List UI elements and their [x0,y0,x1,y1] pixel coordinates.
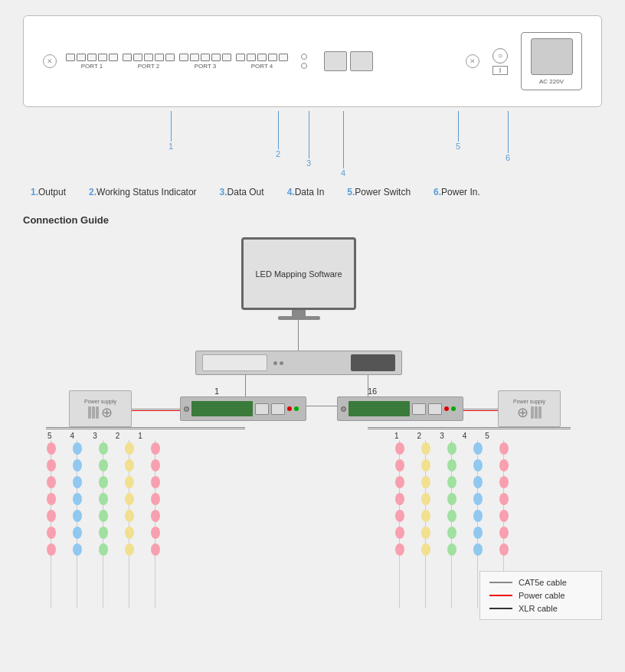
right-horizontal-wire2 [368,429,571,429]
power-supply-right: Power supply ⊕ [498,390,561,427]
nb16-led-red [444,406,449,411]
ps-bar [92,406,95,419]
led-bulb [499,476,509,488]
power-supply-left: Power supply ⊕ [69,390,132,427]
port-btn [87,54,97,61]
ps-bar [535,406,538,419]
led-bulb [73,543,82,556]
legend-row-1: CAT5e cable [489,578,592,587]
ps-left-bars [88,406,99,419]
led-bulb [421,493,430,505]
strand-left-2 [124,440,135,558]
led-bulb [421,476,430,488]
annotation-4: 4 [341,111,345,178]
left-strands-container [46,440,161,558]
left-strand-numbers: 5 4 3 2 1 [47,432,142,440]
node1-label: 1 [214,387,219,396]
led-bulb [99,442,108,455]
anno-num-2: 2 [276,149,280,158]
ctrl-right-module [351,354,395,371]
led-bulb [73,510,82,522]
led-bulb [499,459,509,471]
annotation-6: 6 [506,111,510,162]
led-bulb [73,493,82,505]
led-bulb [473,527,483,539]
legend-row-3: XLR cable [489,604,592,613]
legend-3: 3.Data Out [220,187,264,197]
port-group-4: PORT 4 [236,54,288,70]
annotation-lines: 1 2 3 4 5 6 [23,111,602,180]
ps-left-content: ⊕ [88,406,113,419]
indicator-bottom [301,63,307,69]
legend-row-2: Power cable [489,591,592,600]
led-bulb [151,527,160,539]
led-bulb [395,543,404,556]
left-screw: ✕ [43,54,57,68]
right-strands-container [394,440,509,558]
ps-bar [531,406,534,419]
ps-right-label: Power supply [513,399,545,404]
ps-bar [538,406,542,419]
anno-num-5: 5 [456,142,460,151]
port-btn [190,54,199,61]
right-strand-numbers: 1 2 3 4 5 [394,432,489,440]
port-btn [211,54,221,61]
power-switch-rect[interactable]: I [492,66,508,75]
connection-guide-title: Connection Guide [23,214,602,226]
led-bulb [99,510,108,522]
anno-num-1: 1 [169,142,173,151]
led-bulb [395,493,404,505]
anno-line-1 [171,111,172,142]
port-btn [257,54,267,61]
led-bulb [73,476,82,488]
led-bulb [473,493,483,505]
anno-num-4: 4 [341,168,345,178]
led-bulb [151,459,160,471]
indicator-top [301,54,307,60]
led-bulb [73,527,82,539]
led-bulb [447,459,456,471]
monitor-neck [292,310,306,316]
nb16-rj45-1 [412,403,426,415]
anno-num-3: 3 [306,158,311,168]
led-bulb [447,543,456,556]
annotation-3: 3 [306,111,311,168]
annotation-1: 1 [169,111,173,151]
port-btn [66,54,75,61]
nb-dot16 [341,406,346,412]
ps-left-fan: ⊕ [101,406,113,419]
port-group-3: PORT 3 [179,54,231,70]
ac-power-box: AC 220V [521,32,582,90]
power-label: Power cable [519,591,565,600]
port-group-1: PORT 1 [66,54,118,70]
left-horizontal-wire2 [46,429,245,429]
led-bulb [47,442,56,455]
node16-box [337,396,463,421]
port-btn [133,54,142,61]
monitor: LED Mapping Software [241,237,356,320]
led-bulb [421,442,430,455]
strand-left-4 [72,440,83,558]
port-label: PORT 4 [251,63,273,70]
led-bulb [125,493,134,505]
monitor-screen: LED Mapping Software [241,237,356,310]
power-switch-circle[interactable]: ○ [492,48,508,64]
led-bulb [473,459,483,471]
led-bulb [99,476,108,488]
led-bulb [499,543,509,556]
power-line [489,595,512,596]
legend-6: 6.Power In. [434,187,480,197]
port-btn [98,54,107,61]
nb-led-red [287,406,292,411]
rj45-port-2 [350,51,373,71]
led-bulb [395,527,404,539]
port-btn [165,54,175,61]
port-btn [268,54,277,61]
ctrl-dot [280,361,283,365]
anno-num-6: 6 [506,153,510,162]
port-btn [222,54,231,61]
led-bulb [47,527,56,539]
strand-right-2 [420,440,431,558]
port-btn [179,54,188,61]
annotation-5: 5 [456,111,460,151]
